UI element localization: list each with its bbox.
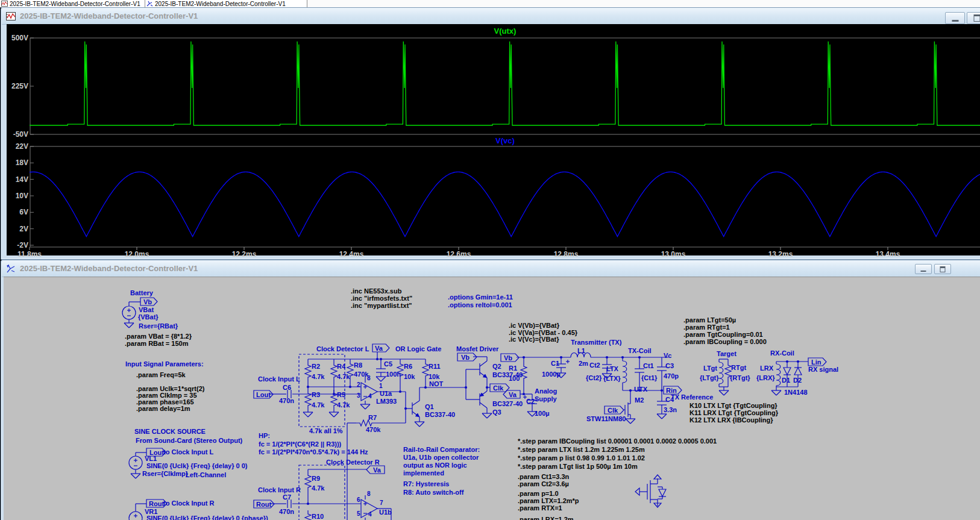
schematic-text: 100µ [535,410,550,417]
schematic-text: Va [375,345,383,352]
minimize-button[interactable] [945,12,965,24]
restore-button[interactable] [934,264,951,274]
schematic-text: .ic V(Vb)={VBat} [509,322,559,329]
schematic-text: {LTX} [603,375,621,382]
schematic-text: 4.7k [312,374,324,380]
schematic-text: R8 [354,362,362,369]
schematic-text: Battery [130,290,153,296]
schematic-text: LTX [606,366,618,372]
schematic-text: 10k [429,374,439,380]
schematic-text: *.step param IBCoupling list 0.00001 0.0… [518,438,717,445]
schematic-text: R1 [509,365,517,372]
window-title: 2025-IB-TEM2-Wideband-Detector-Controlle… [20,264,198,273]
schematic-titlebar[interactable]: 2025-IB-TEM2-Wideband-Detector-Controlle… [2,261,980,277]
schematic-text: Vb [504,355,512,362]
minimize-button[interactable] [915,264,932,274]
schematic-text: RX signal [808,366,838,373]
schematic-text: VBat [139,307,154,313]
schematic-text: TX-Coil [628,348,652,354]
schematic-text: .inc NE553x.sub [351,288,401,295]
pane-title: V(vc) [495,136,515,145]
schematic-text: Lin [811,359,821,366]
schematic-text: Supply [535,396,557,403]
schematic-text: 4.7k [312,402,324,409]
waveform-titlebar[interactable]: 2025-IB-TEM2-Wideband-Detector-Controlle… [2,8,980,25]
schematic-text: U1b [379,509,392,516]
schematic-text: 5 [357,510,360,517]
schematic-text: 4.7k [337,402,350,409]
schematic-text: {RTgt} [730,375,750,381]
schematic-text: U1a [380,390,392,397]
schematic-text: {Ct1} [641,375,657,381]
schematic-text: Target [717,351,737,357]
schematic-text: Q2 [492,363,501,370]
schematic-text: OR Logic Gate [395,346,441,352]
schematic-tab-icon [146,1,153,7]
schematic-text: 8 [367,375,371,381]
schematic-text: {VBat} [138,314,159,321]
axis-tick-label: 6V [3,208,28,216]
schematic-text: .inc "mypartlist.txt" [351,302,412,309]
schematic-text: Vb [143,299,152,305]
schematic-text: Clk [608,407,618,414]
schematic-text: M2 [635,397,644,404]
schematic-text: .param RTgt=1 [683,324,730,331]
axis-tick-label: 18V [3,158,28,167]
tab-waveform[interactable]: 2025-IB-TEM2-Wideband-Detector-Controlle… [0,0,145,7]
axis-tick-label: 12.2ms [232,250,257,258]
schematic-text: .ic V(Vc)={VBat} [509,336,559,343]
schematic-text: 3.3n [664,407,677,413]
schematic-text: D2 [793,377,802,384]
schematic-text: Rail-to-Rail Comparator: [403,446,480,453]
schematic-text: K12 LTX LRX {IBCoupling} [689,417,773,424]
plot-area[interactable]: 500V225V-50VV(utx)22V18V14V10V6V2V-2VV(v… [7,24,980,255]
schematic-text: R4 [337,363,345,370]
ltspice-app: { "tabs": [ {"icon": "waveform-tab-icon"… [0,0,980,520]
schematic-text: Clk [493,385,503,392]
schematic-text: Transmitter (TX) [571,339,621,346]
axis-tick-label: 12.0ms [125,250,149,258]
schematic-text: Q3 [492,409,501,416]
schematic-text: 2 [357,381,360,388]
axis-tick-label: 11.8ms [17,250,42,258]
schematic-text: output as NOR logic [403,462,467,469]
schematic-text: Rout [149,501,164,507]
schematic-text: Clock Input L [258,376,300,383]
schematic-text: Clock Detector L [316,346,369,352]
tab-schematic[interactable]: 2025-IB-TEM2-Wideband-Detector-Controlle… [145,0,307,7]
schematic-text: 1 [379,383,383,389]
schematic-text: 10k [404,374,415,380]
schematic-text: 4.7k all 1% [309,428,343,434]
schematic-text: {LTgt} [700,375,719,381]
restore-icon [940,266,946,272]
schematic-text: R10 [312,513,324,520]
axis-tick-label: 225V [3,82,28,90]
schematic-text: R7 [368,415,377,421]
schematic-canvas[interactable]: BatteryVbVBat{VBat}Rser={RBat}.param VBa… [4,277,980,520]
schematic-text: SINE CLOCK SOURCE [134,428,206,435]
schematic-text: 1N4148 [784,389,808,396]
schematic-text: fc = 1/(2*PI*(C6*(R2 || R3))) [259,441,341,448]
axis-tick-label: 13.0ms [661,250,686,258]
schematic-text: .options Gmin=1e-11 [448,294,513,301]
schematic-text: {LRX} [756,375,775,381]
schematic-text: .param Ct1=3.3n [518,474,569,480]
schematic-text: 470k [354,371,368,378]
axis-tick-label: -50V [3,130,28,139]
axis-tick-label: 500V [3,34,28,42]
restore-button[interactable] [967,12,980,24]
schematic-text: Clock Input R [258,487,301,493]
waveform-window: 2025-IB-TEM2-Wideband-Detector-Controlle… [1,7,980,260]
schematic-text: SINE(0 {Uclk} {Freq} {delay} 0 {phase}) [146,515,268,520]
schematic-text: C7 [283,494,291,501]
schematic-text: 2m [579,360,588,367]
schematic-text: *.step param LTgt list 1p 500µ 1m 10m [518,463,638,470]
schematic-text: 100n [386,371,401,378]
schematic-text: From Sound-Card (Stereo Output) [136,437,242,444]
schematic-text: U1a, U1b open collector [403,454,479,461]
schematic-text: Lout [256,392,271,398]
schematic-text: 6 [357,497,360,503]
schematic-text: R11 [429,363,441,370]
schematic-text: LTgt [703,365,717,372]
axis-tick-label: 13.4ms [876,250,900,258]
